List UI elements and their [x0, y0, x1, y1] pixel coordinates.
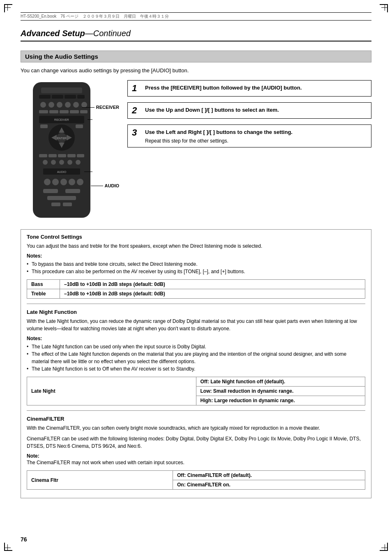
svg-rect-32 — [77, 154, 84, 157]
svg-rect-12 — [39, 110, 48, 113]
section-header: Using the Audio Settings — [21, 51, 371, 62]
crosshair-bl — [4, 544, 11, 551]
late-night-notes-label: Notes: — [27, 336, 365, 341]
svg-rect-16 — [80, 110, 88, 113]
cinema-filter-key: Cinema Fltr — [27, 471, 173, 490]
svg-point-10 — [73, 102, 79, 108]
cinema-filter-body2: CinemaFILTER can be used with the follow… — [27, 435, 365, 450]
svg-rect-26 — [40, 124, 48, 128]
svg-rect-31 — [67, 154, 76, 157]
remote-svg: RECEIVER ENTER — [21, 80, 103, 220]
crosshair-tr — [381, 4, 388, 11]
svg-point-36 — [67, 160, 72, 165]
svg-rect-29 — [48, 154, 57, 157]
cinema-filter-off: Off: CinemaFILTER off (default). — [173, 471, 365, 480]
svg-point-7 — [48, 102, 54, 108]
late-night-notes-list: The Late Night function can be used only… — [27, 343, 365, 373]
step-sub-3: Repeat this step for the other settings. — [145, 138, 293, 144]
svg-rect-45 — [43, 189, 58, 193]
tone-control-title: Tone Control Settings — [27, 234, 365, 240]
late-night-high: High: Large reduction in dynamic range. — [196, 396, 365, 405]
header-meta: HT-S5200_En.book 76 ページ ２００９年３月９日 月曜日 午後… — [21, 12, 371, 21]
svg-point-33 — [43, 160, 48, 165]
treble-key: Treble — [27, 289, 60, 299]
audio-layout: RECEIVER ENTER — [21, 80, 371, 221]
page-container: HT-S5200_En.book 76 ページ ２００９年３月９日 月曜日 午後… — [0, 0, 392, 555]
late-night-row: Late Night Off: Late Night function off … — [27, 377, 365, 387]
late-night-note-2: The effect of the Late Night function de… — [27, 350, 365, 365]
step-2: 2 Use the Up and Down [ ]/[ ] buttons to… — [127, 102, 371, 119]
tone-notes-list: To bypass the bass and treble tone circu… — [27, 260, 365, 275]
cinema-filter-body1: With the CinemaFILTER, you can soften ov… — [27, 424, 365, 432]
svg-point-44 — [77, 179, 83, 185]
svg-rect-14 — [60, 110, 69, 113]
svg-text:RECEIVER: RECEIVER — [54, 118, 69, 121]
crosshair-br — [381, 544, 388, 551]
divider-2 — [27, 410, 365, 411]
step-number-2: 2 — [132, 106, 140, 115]
late-night-body: With the Late Night function, you can re… — [27, 318, 365, 332]
step-3: 3 Use the Left and Right [ ]/[ ] buttons… — [127, 124, 371, 147]
bass-value: –10dB to +10dB in 2dB steps (default: 0d… — [60, 280, 365, 289]
late-night-key: Late Night — [27, 377, 196, 405]
step-1: 1 Press the [RECEIVER] button followed b… — [127, 80, 371, 97]
svg-point-8 — [57, 102, 62, 108]
table-row-treble: Treble –10dB to +10dB in 2dB steps (defa… — [27, 289, 365, 299]
tone-control-body: You can adjust the bass and treble for t… — [27, 242, 365, 250]
svg-point-42 — [60, 179, 67, 185]
table-row-bass: Bass –10dB to +10dB in 2dB steps (defaul… — [27, 280, 365, 289]
bass-key: Bass — [27, 280, 60, 289]
svg-rect-1 — [41, 88, 82, 93]
step-number-1: 1 — [132, 84, 140, 93]
cinema-filter-on: On: CinemaFILTER on. — [173, 480, 365, 490]
info-box: Tone Control Settings You can adjust the… — [21, 229, 371, 498]
svg-point-34 — [51, 160, 56, 165]
section-intro: You can change various audio settings by… — [21, 67, 371, 74]
svg-point-43 — [69, 179, 75, 185]
cinema-filter-title: CinemaFILTER — [27, 416, 365, 422]
late-night-low: Low: Small reduction in dynamic range. — [196, 387, 365, 396]
step-number-3: 3 — [132, 128, 140, 137]
svg-point-40 — [44, 179, 51, 185]
label-receiver: RECEIVER — [82, 105, 119, 110]
svg-rect-2 — [39, 95, 51, 99]
svg-rect-47 — [47, 196, 76, 200]
crosshair-tl — [4, 4, 11, 11]
divider-1 — [27, 304, 365, 304]
tone-settings-table: Bass –10dB to +10dB in 2dB steps (defaul… — [27, 279, 365, 299]
page-number: 76 — [21, 536, 27, 543]
svg-text:AUDIO: AUDIO — [57, 170, 67, 173]
svg-rect-46 — [65, 189, 80, 193]
tone-notes-label: Notes: — [27, 253, 365, 259]
svg-rect-48 — [51, 203, 60, 206]
cinema-filter-note-label: Note: — [27, 453, 365, 459]
late-night-note-3: The Late Night function is set to Off wh… — [27, 365, 365, 373]
cinema-filter-row: Cinema Fltr Off: CinemaFILTER off (defau… — [27, 471, 365, 480]
svg-rect-15 — [70, 110, 79, 113]
svg-point-9 — [65, 102, 71, 108]
svg-point-6 — [40, 102, 46, 108]
treble-value: –10dB to +10dB in 2dB steps (default: 0d… — [60, 289, 365, 299]
svg-rect-13 — [49, 110, 58, 113]
step-text-1: Press the [RECEIVER] button followed by … — [145, 84, 302, 92]
svg-point-35 — [59, 160, 64, 165]
svg-point-41 — [52, 179, 59, 185]
cinema-filter-table: Cinema Fltr Off: CinemaFILTER off (defau… — [27, 470, 365, 490]
step-text-3: Use the Left and Right [ ]/[ ] buttons t… — [145, 128, 293, 136]
svg-rect-30 — [58, 154, 66, 157]
late-night-title: Late Night Function — [27, 309, 365, 315]
label-audio: AUDIO — [91, 183, 119, 188]
late-night-note-1: The Late Night function can be used only… — [27, 343, 365, 350]
cinema-filter-note: The CinemaFILTER may not work when used … — [27, 459, 365, 466]
svg-rect-4 — [65, 95, 76, 99]
step-text-2: Use the Up and Down [ ]/[ ] buttons to s… — [145, 106, 279, 114]
svg-rect-5 — [77, 95, 85, 99]
steps-container: 1 Press the [RECEIVER] button followed b… — [127, 80, 371, 221]
late-night-off: Off: Late Night function off (default). — [196, 377, 365, 387]
tone-note-1: To bypass the bass and treble tone circu… — [27, 260, 365, 268]
svg-rect-49 — [63, 203, 72, 206]
page-title: Advanced Setup—Continued — [21, 29, 371, 41]
svg-rect-27 — [76, 124, 83, 128]
svg-rect-28 — [39, 154, 47, 157]
remote-image-container: RECEIVER ENTER — [21, 80, 119, 221]
